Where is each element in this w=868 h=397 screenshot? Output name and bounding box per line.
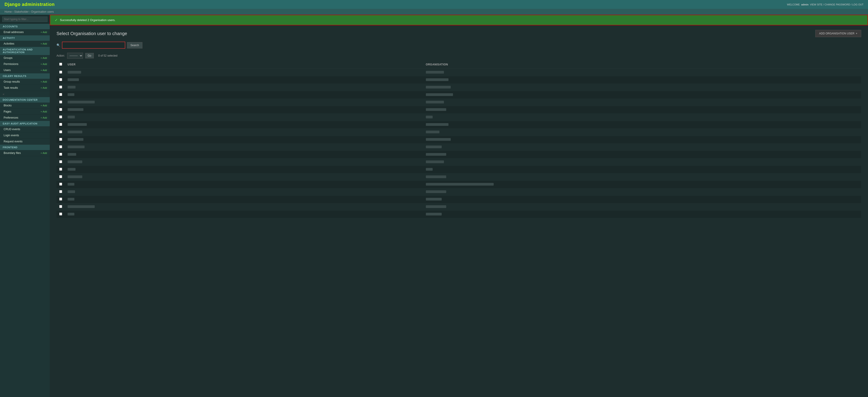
row-user-link[interactable] xyxy=(68,213,74,216)
user-tools: WELCOME admin VIEW SITE / CHANGE PASSWOR… xyxy=(787,3,864,6)
sidebar-link-permissions[interactable]: Permissions xyxy=(4,62,18,66)
row-user-link[interactable] xyxy=(68,183,74,186)
row-checkbox[interactable] xyxy=(59,108,62,111)
table-row xyxy=(57,181,861,188)
row-user-link[interactable] xyxy=(68,116,75,119)
row-user-link[interactable] xyxy=(68,131,82,134)
breadcrumb-home[interactable]: Home xyxy=(4,10,12,13)
row-checkbox[interactable] xyxy=(59,138,62,141)
th-user[interactable]: USER xyxy=(65,60,423,69)
row-user-link[interactable] xyxy=(68,198,74,201)
row-user-link[interactable] xyxy=(68,93,74,96)
row-checkbox[interactable] xyxy=(59,93,62,96)
sidebar-link-login-events[interactable]: Login events xyxy=(4,134,19,137)
search-button[interactable]: Search xyxy=(127,42,143,49)
sidebar-link-preferences[interactable]: Preferences xyxy=(4,116,18,119)
sidebar-add-pages[interactable]: + Add xyxy=(41,110,47,113)
log-out-link[interactable]: LOG OUT xyxy=(852,3,864,6)
row-checkbox[interactable] xyxy=(59,115,62,118)
row-user-cell xyxy=(65,151,423,159)
sidebar-item-users: Users + Add xyxy=(0,67,50,73)
row-checkbox[interactable] xyxy=(59,168,62,171)
sidebar-filter-input[interactable] xyxy=(2,17,48,22)
sidebar-link-pages[interactable]: Pages xyxy=(4,110,11,113)
row-user-link[interactable] xyxy=(68,175,82,178)
sidebar-item-task-results: Task results + Add xyxy=(0,85,50,91)
row-checkbox[interactable] xyxy=(59,86,62,88)
change-password-link[interactable]: CHANGE PASSWORD xyxy=(825,3,850,6)
sidebar-item-activities: Activities + Add xyxy=(0,41,50,47)
row-user-link[interactable] xyxy=(68,123,87,126)
sidebar-add-email-addresses[interactable]: + Add xyxy=(41,31,47,33)
sidebar-link-email-addresses[interactable]: Email addresses xyxy=(4,31,24,34)
org-text xyxy=(426,131,439,133)
sidebar-item-boundary-files: Boundary files + Add xyxy=(0,150,50,156)
sidebar-link-crud-events[interactable]: CRUD events xyxy=(4,127,20,131)
row-user-link[interactable] xyxy=(68,101,95,104)
row-checkbox[interactable] xyxy=(59,123,62,126)
sidebar-link-boundary-files[interactable]: Boundary files xyxy=(4,151,21,154)
content-main: ✓ Successfully deleted 2 Organisation us… xyxy=(50,15,868,397)
select-all-checkbox[interactable] xyxy=(59,63,62,66)
row-user-cell xyxy=(65,188,423,196)
row-checkbox-cell xyxy=(57,76,65,84)
row-checkbox[interactable] xyxy=(59,131,62,133)
row-checkbox[interactable] xyxy=(59,205,62,208)
row-checkbox[interactable] xyxy=(59,160,62,163)
row-user-link[interactable] xyxy=(68,138,84,141)
action-select[interactable]: --------- xyxy=(67,53,83,59)
search-input[interactable] xyxy=(62,41,125,49)
row-checkbox[interactable] xyxy=(59,212,62,216)
table-row xyxy=(57,173,861,181)
row-org-cell xyxy=(423,114,861,121)
row-user-link[interactable] xyxy=(68,86,75,89)
row-user-link[interactable] xyxy=(68,205,95,208)
add-organisation-user-button[interactable]: ADD ORGANISATION USER + xyxy=(815,30,861,37)
th-organisation[interactable]: ORGANISATION xyxy=(423,60,861,69)
sidebar-add-users[interactable]: + Add xyxy=(41,69,47,72)
sidebar-link-groups[interactable]: Groups xyxy=(4,56,12,59)
row-org-cell xyxy=(423,173,861,181)
sidebar-link-activities[interactable]: Activities xyxy=(4,42,14,45)
row-user-cell xyxy=(65,166,423,173)
row-checkbox[interactable] xyxy=(59,145,62,148)
row-user-link[interactable] xyxy=(68,108,84,111)
sidebar-add-preferences[interactable]: + Add xyxy=(41,116,47,119)
sidebar-collapse[interactable]: « xyxy=(0,91,50,97)
row-checkbox[interactable] xyxy=(59,175,62,178)
row-user-link[interactable] xyxy=(68,145,85,149)
sidebar-link-users[interactable]: Users xyxy=(4,68,11,72)
sidebar-add-task-results[interactable]: + Add xyxy=(41,86,47,89)
row-checkbox[interactable] xyxy=(59,198,62,201)
user-text xyxy=(68,183,74,186)
sidebar-add-blocks[interactable]: + Add xyxy=(41,104,47,107)
sidebar-add-activities[interactable]: + Add xyxy=(41,42,47,45)
sidebar-add-group-results[interactable]: + Add xyxy=(41,80,47,83)
row-user-link[interactable] xyxy=(68,153,76,156)
sidebar-link-blocks[interactable]: Blocks xyxy=(4,104,11,107)
sidebar-add-boundary-files[interactable]: + Add xyxy=(41,152,47,154)
sidebar-item-crud-events: CRUD events xyxy=(0,126,50,133)
row-checkbox-cell xyxy=(57,188,65,196)
row-user-link[interactable] xyxy=(68,78,79,82)
row-user-link[interactable] xyxy=(68,168,75,171)
row-user-link[interactable] xyxy=(68,161,82,164)
breadcrumb-stakeholder[interactable]: Stakeholder xyxy=(14,10,29,13)
row-user-link[interactable] xyxy=(68,190,75,194)
user-text xyxy=(68,86,75,88)
view-site-link[interactable]: VIEW SITE xyxy=(810,3,823,6)
row-checkbox[interactable] xyxy=(59,190,62,193)
sidebar-link-task-results[interactable]: Task results xyxy=(4,86,18,89)
sidebar-add-groups[interactable]: + Add xyxy=(41,57,47,59)
sidebar-add-permissions[interactable]: + Add xyxy=(41,63,47,65)
row-user-link[interactable] xyxy=(68,71,81,74)
sidebar-link-group-results[interactable]: Group results xyxy=(4,80,20,83)
row-checkbox[interactable] xyxy=(59,101,62,104)
go-button[interactable]: Go xyxy=(85,53,94,58)
row-checkbox[interactable] xyxy=(59,183,62,186)
row-checkbox[interactable] xyxy=(59,70,62,74)
row-checkbox[interactable] xyxy=(59,153,62,156)
table-row xyxy=(57,121,861,129)
sidebar-link-request-events[interactable]: Request events xyxy=(4,140,22,143)
row-checkbox[interactable] xyxy=(59,78,62,81)
